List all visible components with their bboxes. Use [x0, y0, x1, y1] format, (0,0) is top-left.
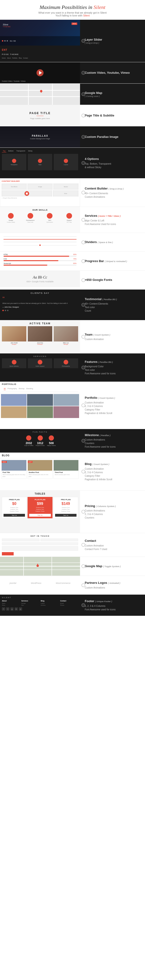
feature-page-title: PAGE TITLE Page subtitle goes here Page …	[0, 105, 145, 126]
service-text-4: 24/7 Help	[60, 221, 78, 223]
footer-col-4: Contact Email Phone	[60, 600, 78, 606]
pricing-plan-name-free: FREE PLAN	[3, 499, 25, 501]
footer-social-googleplus[interactable]: g	[10, 607, 14, 611]
pricing-price-plus: $99	[29, 502, 51, 506]
team-avatar-img-3	[54, 326, 78, 342]
footer-social-facebook[interactable]: f	[2, 607, 5, 611]
pricing-feature-free-3: Feature Three	[3, 511, 25, 512]
feature-preview-partners: joomla! WordPress WooCommerce	[0, 576, 80, 594]
slider-dots-bar: 01 / 03	[0, 36, 80, 46]
feature-info-fonts: +650 Google Fonts	[80, 271, 145, 290]
milestone-item-3: 508 Happy Clients	[47, 435, 56, 446]
feature-tag-cb: ( Drag & Drop )	[108, 188, 124, 190]
portfolio-grid	[0, 393, 80, 419]
feature-info-slider: Layer Slider ( Drag & Drop )	[80, 20, 145, 62]
feature-preview-testimonial: CLIENTS SAY " What ever you want in a th…	[0, 290, 80, 320]
feature-google-map-bottom: IN GOOGLE MAP ▼ Google Map ( Toggle Syst…	[0, 557, 145, 576]
feature-info-page-title: Page Title & Subtitle	[80, 105, 145, 126]
pricing-card-pro: PRO PLAN $149 Feature One Feature Two Fe…	[53, 497, 78, 518]
options-preview-block: Top Bottom Transparent Sticky Navigation…	[0, 148, 80, 178]
service-label-3: SEO	[41, 220, 59, 221]
testimonial-dots	[2, 310, 78, 311]
services-preview-block: OUR SKILLS Design Creative design Develo…	[0, 207, 80, 233]
cb-row-1: Text Block Image Button	[2, 184, 78, 189]
feature-title-map: Google Map	[85, 91, 142, 95]
blog-content-2: Another Post Short excerpt goes here for…	[28, 471, 53, 479]
pricing-price-free: $0	[3, 502, 25, 506]
pricing-btn-free[interactable]: Sign Up	[3, 514, 25, 517]
feature-title-fonts: +650 Google Fonts	[85, 278, 142, 282]
feature-info-progress: Progress Bar ( Striped & Animated )	[80, 252, 145, 270]
feature-tag-pricing: ( Columns System )	[96, 505, 116, 508]
progress-label-css: CSS	[3, 258, 7, 260]
pricing-btn-plus[interactable]: Sign Up	[29, 514, 51, 517]
map-svg	[0, 557, 80, 576]
pricing-price-pro: $149	[55, 502, 76, 506]
cb-icon-inner	[26, 192, 28, 194]
partners-preview-block: joomla! WordPress WooCommerce	[0, 576, 80, 590]
page-subtitle: What ever you want in a theme that we al…	[2, 11, 143, 17]
feature-desc-4options: Top, Bottom, Transparent& without Sticky	[85, 162, 142, 169]
service-item-3: SEO Optimization	[41, 213, 59, 223]
portfolio-preview-block: PORTFOLIO All Photography Mockup Brandin…	[0, 382, 80, 429]
fonts-preview-block: Aa Bb Cc 650+ Google Fonts Available	[0, 271, 80, 287]
progress-fill-3	[3, 265, 47, 266]
slider-dot-2	[6, 40, 8, 41]
options-nav-bar: Top Bottom Transparent Sticky	[2, 150, 78, 153]
feature-preview-pricing: TABLES FREE PLAN $0 Feature One Feature …	[0, 491, 80, 533]
footer-social-twitter[interactable]: t	[6, 607, 10, 611]
footer-col-item-3-1: Latest	[41, 603, 59, 604]
feature-preview-progress: HTML 90% CSS 75% Javascript	[0, 252, 80, 270]
map-roads	[0, 84, 80, 105]
feature-title-partners: Partners Logos ( Animated )	[85, 581, 142, 585]
contact-submit-btn[interactable]	[2, 552, 14, 555]
pricing-preview-block: TABLES FREE PLAN $0 Feature One Feature …	[0, 491, 80, 533]
pricing-heading: TABLES	[2, 492, 78, 495]
feature-info-testimonial: Testimonial ( Parallax BG ) 40+ Content …	[80, 290, 145, 320]
footer-col-title-2: Services	[21, 600, 40, 602]
progress-label-row-1: HTML 90%	[3, 254, 76, 255]
options-card-3: Layout	[54, 154, 78, 170]
options-card-2: Style	[28, 154, 52, 170]
feature-card-1: Quick Delivery	[2, 358, 26, 368]
service-icon-1	[8, 213, 14, 219]
footer-col-item-3-2: Archive	[41, 605, 59, 606]
footer-social-linkedin[interactable]: in	[14, 607, 18, 611]
footer-grid: About Team Story Services Design Dev Blo…	[2, 600, 78, 606]
feature-desc-pricing: Custom Animations2, 3 & 4 ColumnsCounter…	[85, 509, 142, 519]
team-avatar-img-2	[28, 326, 52, 342]
feature-preview-4options: Top Bottom Transparent Sticky Navigation…	[0, 148, 80, 178]
progress-item-2: CSS 75%	[3, 258, 76, 261]
portfolio-item-4	[1, 406, 27, 418]
feature-layer-slider: Silent THEME NEW 01 / 03 ENT POSE THEME …	[0, 20, 145, 62]
feature-preview-portfolio: PORTFOLIO All Photography Mockup Brandin…	[0, 382, 80, 429]
feature-preview-blog: BLOG NEW Post Title Short excerpt goes h…	[0, 453, 80, 490]
progress-fill-2	[3, 260, 58, 261]
footer-col-item-1-1: Team	[2, 603, 20, 604]
feature-features: SERVICES Quick Delivery Audio Support Ph…	[0, 353, 145, 382]
team-avatar-3	[54, 326, 78, 342]
feature-tag-services: ( Icons + Title + Desc )	[98, 215, 121, 217]
options-label-3: Layout	[64, 164, 68, 165]
progress-bg-2	[3, 260, 76, 261]
feature-card-2: Audio Support	[28, 358, 52, 368]
pricing-feature-plus-2: Feature Two	[29, 509, 51, 510]
contact-input-name	[2, 538, 40, 541]
feature-info-partners: Partners Logos ( Animated ) Custom Anima…	[80, 576, 145, 594]
milestone-label-1: Cups of coffee	[24, 445, 34, 446]
cb-block-label-2: Image	[38, 186, 42, 188]
pricing-btn-pro[interactable]: Sign Up	[55, 514, 76, 517]
blog-card-3: Third Post Short excerpt goes here.	[53, 460, 79, 479]
cb-block-label-1: Text Block	[11, 186, 17, 188]
portfolio-nav-branding: Branding	[26, 388, 33, 390]
feature-desc-cb: 40+ Content ElementsCustom Animations	[85, 192, 142, 199]
feature-tag-dividers: ( Space & line )	[98, 241, 113, 243]
footer-col-item-2-2: Dev	[21, 605, 40, 606]
feature-preview-services: OUR SKILLS Design Creative design Develo…	[0, 207, 80, 233]
feature-title-google-map-bottom: Google Map ( Toggle System )	[85, 564, 142, 568]
options-nav-top: Top	[2, 150, 6, 153]
progress-bg-3	[3, 265, 76, 266]
pricing-feature-free-2: Feature Two	[3, 509, 25, 510]
footer-col-title-1: About	[2, 600, 20, 602]
footer-social-pinterest[interactable]: p	[19, 607, 22, 611]
